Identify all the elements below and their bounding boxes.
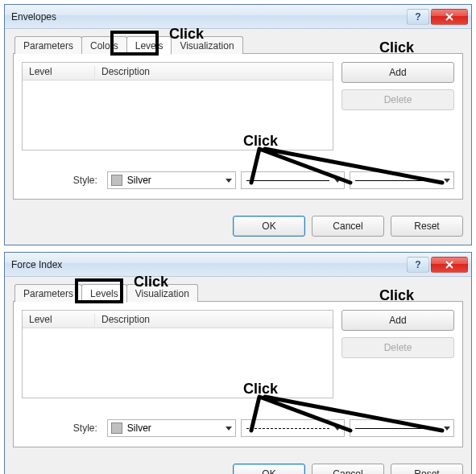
- tab-parameters[interactable]: Parameters: [14, 284, 82, 302]
- tab-panel: Click Level Description Add Delete Click: [13, 53, 463, 200]
- list-header: Level Description: [23, 63, 333, 80]
- close-button[interactable]: [431, 9, 468, 25]
- chevron-down-icon: [226, 179, 232, 183]
- line-style-combo[interactable]: [241, 419, 346, 437]
- help-button[interactable]: ?: [407, 257, 429, 273]
- style-label: Style:: [22, 175, 102, 186]
- reset-button[interactable]: Reset: [391, 216, 463, 237]
- color-swatch-icon: [111, 175, 122, 186]
- color-combo[interactable]: Silver: [107, 419, 236, 437]
- line-style-combo[interactable]: [241, 171, 346, 189]
- delete-button: Delete: [341, 89, 454, 110]
- dialog-footer: OK Cancel Reset: [5, 208, 471, 245]
- color-swatch-icon: [111, 422, 122, 434]
- tab-bar: Parameters Levels Visualization: [14, 283, 463, 302]
- ok-button[interactable]: OK: [233, 464, 305, 474]
- cancel-button[interactable]: Cancel: [312, 464, 384, 474]
- close-icon: [445, 261, 454, 269]
- close-icon: [445, 13, 454, 21]
- tab-levels[interactable]: Levels: [81, 284, 127, 303]
- col-level[interactable]: Level: [23, 314, 95, 325]
- col-level[interactable]: Level: [23, 66, 95, 77]
- tab-parameters[interactable]: Parameters: [14, 36, 82, 54]
- col-description[interactable]: Description: [95, 314, 333, 325]
- tab-visualization[interactable]: Visualization: [171, 36, 242, 54]
- delete-button: Delete: [341, 337, 454, 358]
- tab-visualization[interactable]: Visualization: [126, 284, 198, 302]
- color-combo[interactable]: Silver: [107, 171, 236, 189]
- add-button[interactable]: Add: [341, 62, 454, 83]
- tab-bar: Parameters Colors Levels Visualization: [14, 35, 463, 54]
- color-name: Silver: [127, 175, 151, 186]
- color-name: Silver: [127, 422, 151, 434]
- chevron-down-icon: [226, 427, 232, 431]
- line-sample-icon: [355, 180, 439, 181]
- add-button[interactable]: Add: [341, 310, 454, 331]
- levels-listbox[interactable]: Level Description: [22, 62, 333, 150]
- style-label: Style:: [22, 422, 102, 434]
- tab-levels[interactable]: Levels: [126, 36, 172, 55]
- close-button[interactable]: [431, 257, 468, 273]
- titlebar[interactable]: Envelopes ?: [5, 5, 471, 29]
- list-header: Level Description: [23, 311, 333, 328]
- dialog-force-index: Force Index ? Click Parameters Levels Vi…: [4, 252, 472, 474]
- line-width-combo[interactable]: [350, 419, 454, 437]
- col-description[interactable]: Description: [95, 66, 333, 77]
- window-title: Envelopes: [11, 11, 405, 23]
- levels-listbox[interactable]: Level Description: [22, 310, 333, 398]
- titlebar[interactable]: Force Index ?: [5, 253, 471, 277]
- chevron-down-icon: [444, 427, 450, 431]
- dialog-footer: OK Cancel Reset: [5, 455, 471, 474]
- line-sample-icon: [246, 180, 330, 181]
- line-sample-icon: [355, 428, 439, 429]
- reset-button[interactable]: Reset: [391, 464, 463, 474]
- tab-colors[interactable]: Colors: [81, 36, 127, 54]
- chevron-down-icon: [334, 427, 341, 431]
- chevron-down-icon: [334, 179, 341, 183]
- line-sample-icon: [246, 428, 330, 429]
- ok-button[interactable]: OK: [233, 216, 305, 237]
- line-width-combo[interactable]: [350, 171, 454, 189]
- dialog-envelopes: Envelopes ? Click Parameters Colors Leve…: [4, 4, 472, 245]
- chevron-down-icon: [444, 179, 450, 183]
- tab-panel: Click Level Description Add Delete Click: [13, 301, 463, 447]
- help-button[interactable]: ?: [407, 9, 429, 25]
- window-title: Force Index: [11, 259, 405, 270]
- cancel-button[interactable]: Cancel: [312, 216, 384, 237]
